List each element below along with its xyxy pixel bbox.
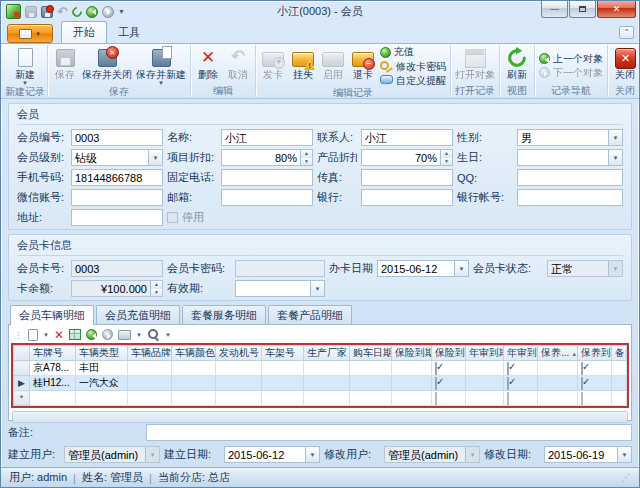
- change-card-password-button[interactable]: 修改卡密码: [380, 60, 446, 73]
- column-header-maintain-remind[interactable]: 保养到...: [578, 346, 612, 361]
- wechat-input[interactable]: [71, 189, 163, 206]
- recharge-button[interactable]: 充值: [380, 46, 446, 58]
- qat-previous-icon[interactable]: [86, 6, 98, 18]
- member-no-input[interactable]: 0003: [71, 129, 163, 146]
- contact-input[interactable]: 小江: [361, 129, 453, 146]
- fax-input[interactable]: [361, 169, 453, 186]
- cancel-button[interactable]: 取消: [223, 46, 253, 85]
- vehicle-grid[interactable]: 车牌号 车辆类型 车辆品牌 车辆颜色 发动机号 车架号 生产厂家 购车日期 保险…: [13, 345, 627, 406]
- balance-input[interactable]: ¥100.000▲▼: [71, 280, 163, 297]
- checkbox-icon[interactable]: [581, 362, 583, 375]
- gender-combo[interactable]: 男▼: [517, 129, 623, 146]
- refresh-button[interactable]: 刷新: [502, 46, 532, 85]
- column-header-type[interactable]: 车辆类型: [76, 346, 128, 361]
- chevron-down-icon[interactable]: ▼: [136, 332, 142, 338]
- chevron-down-icon[interactable]: ▼: [305, 447, 319, 462]
- issue-date-combo[interactable]: 2015-06-12▼: [377, 260, 469, 277]
- column-header-manufacturer[interactable]: 生产厂家: [304, 346, 350, 361]
- close-window-button[interactable]: ✕: [597, 1, 636, 18]
- bank-account-input[interactable]: [517, 189, 623, 206]
- ribbon-tab-start[interactable]: 开始: [61, 21, 107, 43]
- cell-annual-remind[interactable]: [504, 376, 538, 391]
- cell-maintain-remind[interactable]: [578, 391, 612, 406]
- new-row-icon[interactable]: [28, 329, 38, 341]
- qat-refresh-icon[interactable]: [70, 4, 84, 18]
- birthday-combo[interactable]: ▼: [517, 149, 623, 166]
- checkbox-icon[interactable]: [507, 392, 509, 405]
- column-header-annual-remind[interactable]: 年审到...: [504, 346, 538, 361]
- application-menu-button[interactable]: ▼: [7, 24, 53, 43]
- column-header-brand[interactable]: 车辆品牌: [128, 346, 172, 361]
- tab-vehicle-detail[interactable]: 会员车辆明细: [10, 305, 94, 325]
- chevron-down-icon[interactable]: ▼: [608, 130, 622, 145]
- table-row-current[interactable]: ▶ 桂H12... 一汽大众: [14, 376, 627, 391]
- resize-grip-icon[interactable]: ⋰: [621, 472, 631, 483]
- chevron-down-icon[interactable]: ▼: [617, 447, 631, 462]
- row-selector[interactable]: ▶: [14, 376, 30, 391]
- bank-input[interactable]: [361, 189, 453, 206]
- chevron-down-icon[interactable]: ▼: [43, 332, 49, 338]
- checkbox-icon[interactable]: [435, 392, 437, 405]
- ribbon-minimize-icon[interactable]: ⌃: [619, 26, 634, 39]
- phone-input[interactable]: [221, 169, 313, 186]
- chevron-down-icon[interactable]: ▼: [165, 332, 171, 338]
- column-header-purchase-date[interactable]: 购车日期: [350, 346, 392, 361]
- column-header-annual-expiry[interactable]: 年审到期: [466, 346, 504, 361]
- row-selector[interactable]: [14, 361, 30, 376]
- checkbox-icon[interactable]: [435, 377, 437, 390]
- qat-next-icon[interactable]: [102, 6, 114, 18]
- remark-input[interactable]: [146, 424, 632, 441]
- card-password-input[interactable]: [235, 260, 325, 277]
- ribbon-tab-tools[interactable]: 工具: [107, 22, 151, 43]
- validity-combo[interactable]: ▼: [235, 280, 325, 297]
- report-loss-button[interactable]: 挂失: [288, 46, 318, 87]
- cell-insurance-remind[interactable]: [432, 376, 466, 391]
- qat-undo-icon[interactable]: ↶: [57, 6, 68, 18]
- chevron-down-icon[interactable]: ▼: [310, 281, 324, 296]
- product-discount-spin[interactable]: 70%▲▼: [361, 149, 453, 166]
- name-input[interactable]: 小江: [221, 129, 313, 146]
- cell-insurance-remind[interactable]: [432, 361, 466, 376]
- close-record-button[interactable]: 关闭: [610, 46, 640, 85]
- return-card-button[interactable]: 退卡: [348, 46, 378, 87]
- cell-type[interactable]: 丰田: [76, 361, 128, 376]
- checkbox-icon[interactable]: [507, 362, 509, 375]
- column-header-insurance-expiry[interactable]: 保险到期: [392, 346, 432, 361]
- qat-save-icon[interactable]: [25, 6, 37, 18]
- tab-package-product-detail[interactable]: 套餐产品明细: [268, 305, 352, 325]
- cell-maintain-remind[interactable]: [578, 361, 612, 376]
- cell-plate[interactable]: 桂H12...: [30, 376, 76, 391]
- column-header-frame[interactable]: 车架号: [262, 346, 304, 361]
- table-row[interactable]: 京A78... 丰田: [14, 361, 627, 376]
- cell-maintain-remind[interactable]: [578, 376, 612, 391]
- table-row-new[interactable]: *: [14, 391, 627, 406]
- custom-reminder-button[interactable]: 自定义提醒: [380, 75, 446, 87]
- level-combo[interactable]: 钻级▼: [71, 149, 163, 166]
- app-icon[interactable]: [6, 4, 21, 19]
- modified-by-combo[interactable]: 管理员(admin)▼: [384, 446, 480, 463]
- spinner-icon[interactable]: ▲▼: [440, 150, 452, 165]
- checkbox-icon[interactable]: [435, 362, 437, 375]
- qat-save-close-icon[interactable]: [41, 6, 53, 18]
- email-input[interactable]: [221, 189, 313, 206]
- chevron-down-icon[interactable]: ▼: [148, 150, 162, 165]
- column-header-engine[interactable]: 发动机号: [216, 346, 262, 361]
- open-object-button[interactable]: 打开对象: [453, 46, 497, 85]
- item-discount-spin[interactable]: 80%▲▼: [221, 149, 313, 166]
- minimize-button[interactable]: —: [541, 1, 568, 18]
- chevron-down-icon[interactable]: ▼: [454, 261, 468, 276]
- delete-row-icon[interactable]: ✕: [54, 329, 64, 341]
- chevron-down-icon[interactable]: ▼: [608, 150, 622, 165]
- column-header-maintain[interactable]: 保养...▲: [538, 346, 578, 361]
- delete-button[interactable]: 删除: [193, 46, 223, 85]
- next-object-button[interactable]: 下一个对象: [539, 67, 603, 79]
- mobile-input[interactable]: 18144866788: [71, 169, 163, 186]
- cell-plate[interactable]: 京A78...: [30, 361, 76, 376]
- spinner-icon[interactable]: ▲▼: [300, 150, 312, 165]
- print-icon[interactable]: [118, 330, 131, 340]
- column-header-plate[interactable]: 车牌号: [30, 346, 76, 361]
- tab-recharge-detail[interactable]: 会员充值明细: [96, 305, 180, 325]
- tab-package-service-detail[interactable]: 套餐服务明细: [182, 305, 266, 325]
- cell-annual-remind[interactable]: [504, 361, 538, 376]
- checkbox-icon[interactable]: [581, 377, 583, 390]
